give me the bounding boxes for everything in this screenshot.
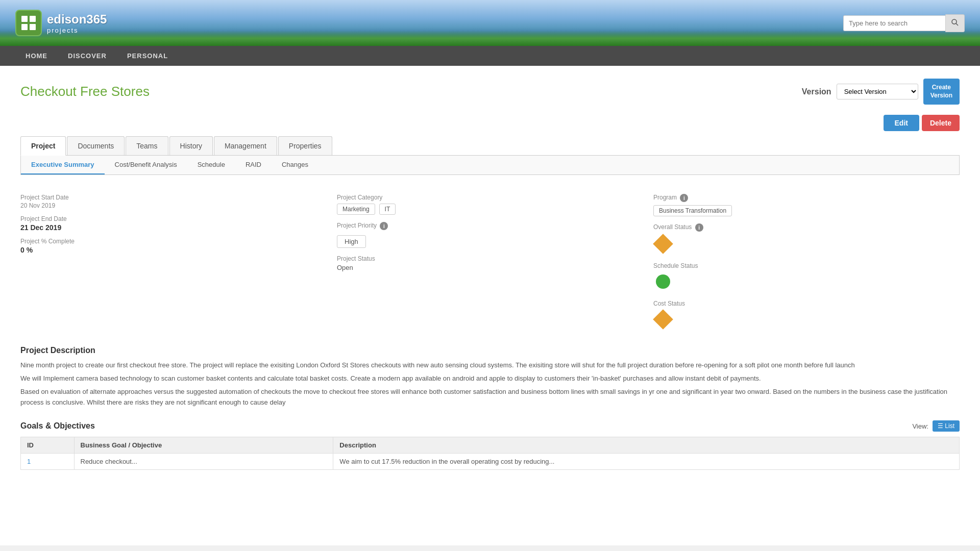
create-version-button[interactable]: CreateVersion [923, 79, 960, 105]
row-goal: Reduce checkout... [74, 454, 333, 470]
description-para-2: We will Implement camera based technolog… [20, 373, 960, 384]
tag-it: IT [379, 204, 396, 215]
tab-management[interactable]: Management [214, 136, 277, 155]
overall-status-indicator [653, 234, 960, 255]
priority-info-icon[interactable]: i [380, 222, 388, 230]
search-input[interactable] [843, 15, 945, 31]
tab-cost-benefit[interactable]: Cost/Benefit Analysis [105, 156, 187, 174]
tab-executive-summary[interactable]: Executive Summary [21, 156, 105, 174]
logo-icon [15, 10, 42, 36]
svg-point-4 [952, 19, 957, 24]
tab-properties[interactable]: Properties [278, 136, 332, 155]
category-section: Project Category Marketing IT Project Pr… [337, 188, 643, 331]
col-description: Description [333, 437, 960, 454]
overall-status-label: Overall Status i [653, 223, 960, 232]
nav-item-home[interactable]: HOME [15, 46, 58, 66]
program-label: Program i [653, 194, 960, 202]
priority-value: High [337, 235, 366, 248]
col-id: ID [21, 437, 75, 454]
overall-status-diamond [653, 234, 673, 254]
goals-section: Goals & Objectives View: ☰ List ID Busin… [20, 420, 960, 470]
brand-name: edison365 [47, 12, 107, 27]
cost-status-label: Cost Status [653, 300, 960, 307]
goals-header: Goals & Objectives View: ☰ List [20, 420, 960, 432]
page-header: Checkout Free Stores Version Select Vers… [20, 79, 960, 105]
status-label: Project Status [337, 255, 643, 262]
tag-marketing: Marketing [337, 204, 375, 215]
brand-sub: projects [47, 27, 107, 34]
goals-table: ID Business Goal / Objective Description… [20, 437, 960, 470]
complete-label: Project % Complete [20, 238, 327, 245]
nav-item-discover[interactable]: DISCOVER [58, 46, 117, 66]
main-content: Checkout Free Stores Version Select Vers… [0, 66, 980, 545]
status-value: Open [337, 264, 643, 271]
schedule-status-label: Schedule Status [653, 262, 960, 269]
header: edison365 projects [0, 0, 980, 46]
category-tags: Marketing IT [337, 204, 643, 215]
description-title: Project Description [20, 346, 960, 355]
list-icon: ☰ [938, 422, 943, 430]
cost-status-indicator [653, 310, 960, 331]
col-goal: Business Goal / Objective [74, 437, 333, 454]
end-date-value: 21 Dec 2019 [20, 223, 327, 232]
category-label: Project Category [337, 194, 643, 201]
tabs-secondary: Executive Summary Cost/Benefit Analysis … [20, 156, 960, 175]
tab-schedule[interactable]: Schedule [187, 156, 235, 174]
table-row: 1 Reduce checkout... We aim to cut 17.5%… [21, 454, 960, 470]
goals-title: Goals & Objectives [20, 421, 95, 431]
description-para-3: Based on evaluation of alternate approac… [20, 387, 960, 408]
svg-rect-3 [30, 24, 36, 30]
end-date-label: Project End Date [20, 215, 327, 222]
search-button[interactable] [945, 14, 965, 32]
view-label: View: [912, 422, 928, 430]
page-title: Checkout Free Stores [20, 84, 150, 99]
tab-history[interactable]: History [169, 136, 213, 155]
action-buttons: Edit Delete [20, 115, 960, 131]
tab-teams[interactable]: Teams [126, 136, 168, 155]
svg-rect-2 [21, 24, 28, 30]
dates-section: Project Start Date 20 Nov 2019 Project E… [20, 188, 327, 331]
search-area [843, 14, 965, 32]
start-date-label: Project Start Date [20, 194, 327, 201]
schedule-status-circle [656, 274, 670, 289]
schedule-status-indicator [653, 272, 960, 293]
list-label: List [945, 422, 954, 430]
delete-button[interactable]: Delete [922, 115, 960, 131]
version-select[interactable]: Select Version Version 1 Version 2 [837, 84, 918, 99]
tabs-primary: Project Documents Teams History Manageme… [20, 136, 960, 156]
list-view-button[interactable]: ☰ List [933, 420, 960, 432]
svg-rect-0 [21, 16, 28, 22]
row-description: We aim to cut 17.5% reduction in the ove… [333, 454, 960, 470]
start-date-value: 20 Nov 2019 [20, 202, 327, 209]
row-id: 1 [21, 454, 75, 470]
edit-button[interactable]: Edit [884, 115, 919, 131]
nav-item-personal[interactable]: PERSONAL [117, 46, 178, 66]
version-label: Version [802, 87, 831, 96]
nav-bar: HOME DISCOVER PERSONAL [0, 46, 980, 66]
tab-raid[interactable]: RAID [235, 156, 272, 174]
program-section: Program i Business Transformation Overal… [653, 188, 960, 331]
program-value: Business Transformation [653, 205, 732, 216]
overall-status-info-icon[interactable]: i [695, 223, 703, 232]
tab-documents[interactable]: Documents [67, 136, 125, 155]
tab-project[interactable]: Project [20, 136, 66, 156]
project-details: Project Start Date 20 Nov 2019 Project E… [20, 188, 960, 331]
description-para-1: Nine month project to create our first c… [20, 360, 960, 371]
tab-changes[interactable]: Changes [272, 156, 318, 174]
cost-status-diamond [653, 309, 673, 330]
priority-label: Project Priority i [337, 222, 643, 230]
program-info-icon[interactable]: i [680, 194, 688, 202]
view-toggle: View: ☰ List [912, 420, 960, 432]
svg-rect-1 [30, 16, 36, 22]
version-area: Version Select Version Version 1 Version… [802, 79, 960, 105]
svg-line-5 [956, 23, 958, 26]
project-description: Project Description Nine month project t… [20, 346, 960, 408]
logo-area: edison365 projects [15, 10, 107, 36]
logo-text: edison365 projects [47, 12, 107, 34]
table-header-row: ID Business Goal / Objective Description [21, 437, 960, 454]
complete-value: 0 % [20, 246, 327, 254]
